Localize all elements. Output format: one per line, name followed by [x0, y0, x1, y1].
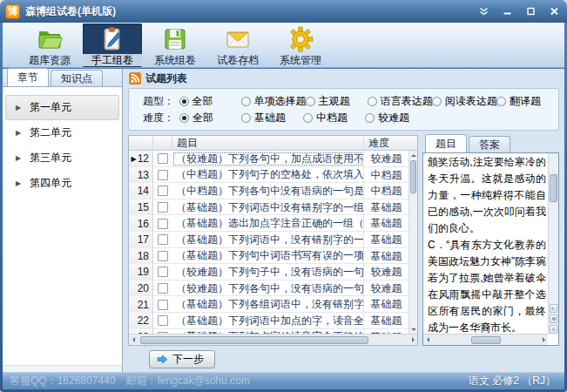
filter-option-基础题[interactable]: 基础题 — [241, 111, 303, 125]
row-header[interactable]: 13 — [129, 167, 153, 184]
scrollbar-thumb[interactable] — [471, 336, 501, 344]
scroll-select-icon[interactable] — [550, 314, 557, 323]
preview-horizontal-scrollbar[interactable] — [423, 334, 548, 345]
table-row[interactable]: 21（基础题）下列各组词语中，没有错别字的一项是（...基础题 — [129, 296, 408, 313]
filter-option-翻译题[interactable]: 翻译题 — [496, 94, 558, 109]
row-checkbox[interactable] — [158, 186, 168, 196]
scroll-right-icon[interactable] — [408, 335, 417, 344]
table-row[interactable]: 13（中档题）下列句子的空格处，依次填入哪一项词语...中档题 — [129, 167, 408, 184]
scroll-down-icon[interactable] — [409, 325, 418, 334]
scroll-left-icon[interactable] — [423, 335, 432, 344]
table-row[interactable]: 14（中档题）下列各句中没有语病的一句是（ ）A. ...中档题 — [129, 183, 408, 199]
row-checkbox[interactable] — [158, 234, 168, 245]
section-header: 试题列表 — [123, 69, 564, 88]
folder-icon — [35, 24, 64, 54]
table-row[interactable]: 20（较难题）下列各句中，没有语病的一句是（ ）...较难题 — [129, 280, 408, 297]
row-checkbox[interactable] — [158, 315, 168, 326]
row-header[interactable]: ▶12 — [129, 151, 153, 167]
question-cell[interactable]: （基础题）下列词语中加点的字，读音全都正确的一... — [172, 314, 363, 328]
tree-item-第二单元[interactable]: ▶第二单元 — [5, 120, 119, 145]
tree-item-第三单元[interactable]: ▶第三单元 — [5, 145, 119, 171]
expander-icon[interactable]: ▶ — [16, 179, 26, 187]
question-cell[interactable]: （基础题）选出加点字注音正确的一组（ ） A. ... — [172, 216, 363, 231]
scroll-right-icon[interactable] — [539, 335, 548, 344]
toolbar-item-手工组卷[interactable]: 手工组卷 — [83, 24, 142, 67]
question-cell[interactable]: （较难题）下列各句中，加点成语使用不正确的一项... — [172, 152, 363, 166]
titlebar[interactable]: 博 森博组试卷(单机版) — [0, 0, 567, 23]
row-header[interactable]: 18 — [129, 248, 153, 265]
collapse-button[interactable] — [477, 6, 489, 17]
scroll-page-down-icon[interactable]: « — [550, 325, 557, 334]
filter-option-全部[interactable]: 全部 — [179, 94, 241, 109]
toolbar-item-系统组卷[interactable]: 系统组卷 — [145, 24, 205, 67]
row-header[interactable]: 22 — [129, 313, 153, 329]
row-checkbox[interactable] — [158, 300, 168, 310]
question-cell[interactable]: （较难题）下列各句中，没有语病的一句是（ ）... — [172, 281, 363, 296]
scrollbar-thumb[interactable] — [410, 160, 416, 193]
filter-option-较难题[interactable]: 较难题 — [365, 111, 427, 125]
table-row[interactable]: 17（基础题）下列词语中，没有错别字的一组是（ ...基础题 — [129, 232, 408, 248]
table-row[interactable]: ▶12（较难题）下列各句中，加点成语使用不正确的一项...较难题 — [129, 151, 408, 167]
row-header[interactable]: 20 — [129, 280, 153, 297]
row-header[interactable]: 19 — [129, 264, 153, 280]
question-cell[interactable]: （基础题）下列词语中没有错别字的一组是（ ）A... — [172, 200, 363, 215]
filter-option-主观题[interactable]: 主观题 — [306, 94, 368, 109]
row-checkbox[interactable] — [158, 267, 168, 277]
scroll-up-icon[interactable] — [409, 151, 418, 159]
scroll-page-up-icon[interactable]: « — [550, 304, 557, 313]
expander-icon[interactable]: ▶ — [16, 104, 26, 112]
sidebar-tab-知识点[interactable]: 知识点 — [51, 70, 103, 86]
current-row-icon: ▶ — [131, 155, 136, 163]
close-button[interactable] — [548, 6, 560, 17]
row-checkbox[interactable] — [158, 251, 168, 261]
preview-tab-答案[interactable]: 答案 — [469, 136, 510, 152]
filter-option-语言表达题[interactable]: 语言表达题 — [368, 94, 432, 109]
row-checkbox[interactable] — [158, 283, 168, 294]
toolbar-item-试卷存档[interactable]: 试卷存档 — [208, 24, 267, 67]
row-header[interactable]: 21 — [129, 296, 153, 313]
toolbar-item-题库资源[interactable]: 题库资源 — [20, 24, 79, 67]
row-header[interactable]: 15 — [129, 199, 153, 216]
next-step-button[interactable]: 下一步 — [149, 350, 215, 368]
table-row[interactable]: 15（基础题）下列词语中没有错别字的一组是（ ）A...基础题 — [129, 199, 408, 216]
tree-item-第四单元[interactable]: ▶第四单元 — [5, 171, 119, 196]
table-row[interactable]: 18（基础题）下列句中词语书写有误的一项是（ ）A...基础题 — [129, 248, 408, 265]
sidebar-horizontal-scrollbar[interactable] — [3, 365, 122, 372]
question-cell[interactable]: （中档题）下列句子的空格处，依次填入哪一项词语... — [172, 167, 363, 182]
filter-option-中档题[interactable]: 中档题 — [303, 111, 365, 125]
preview-tab-题目[interactable]: 题目 — [425, 134, 467, 152]
table-horizontal-scrollbar[interactable] — [129, 334, 417, 345]
table-row[interactable]: 16（基础题）选出加点字注音正确的一组（ ） A. ...基础题 — [129, 215, 408, 232]
row-header[interactable]: 14 — [129, 183, 153, 199]
preview-vertical-scrollbar[interactable]: « « — [548, 153, 558, 334]
table-row[interactable]: 22（基础题）下列词语中加点的字，读音全都正确的一...基础题 — [129, 313, 408, 329]
filter-option-阅读表达题[interactable]: 阅读表达题 — [432, 94, 496, 109]
question-cell[interactable]: （基础题）下列词语中，没有错别字的一组是（ ... — [172, 233, 363, 247]
maximize-button[interactable] — [524, 6, 537, 17]
filter-option-单项选择题[interactable]: 单项选择题 — [241, 94, 306, 109]
tree-item-第一单元[interactable]: ▶第一单元 — [5, 95, 119, 120]
question-cell[interactable]: （基础题）下列句中词语书写有误的一项是（ ）A... — [172, 248, 363, 263]
row-header[interactable]: 16 — [129, 215, 153, 232]
expander-icon[interactable]: ▶ — [16, 154, 26, 162]
question-cell[interactable]: （较难题）下列句子中，没有语病的一句是（ ） A... — [172, 265, 363, 280]
minimize-button[interactable] — [501, 6, 513, 17]
question-cell[interactable]: （中档题）下列各句中没有语病的一句是（ ）A. ... — [172, 184, 363, 199]
sidebar-tab-章节[interactable]: 章节 — [7, 68, 49, 86]
filter-option-全部[interactable]: 全部 — [179, 111, 241, 125]
table-vertical-scrollbar[interactable] — [408, 151, 417, 334]
table-row[interactable]: 19（较难题）下列句子中，没有语病的一句是（ ） A...较难题 — [129, 264, 408, 280]
difficulty-column-header[interactable]: 难度 — [364, 136, 417, 151]
question-cell[interactable]: （基础题）下列各组词语中，没有错别字的一项是（... — [172, 297, 363, 312]
question-column-header[interactable]: 题目 — [172, 136, 364, 151]
toolbar-item-系统管理[interactable]: 系统管理 — [271, 24, 330, 67]
expander-icon[interactable]: ▶ — [16, 129, 26, 137]
scroll-left-icon[interactable] — [129, 335, 138, 344]
row-header[interactable]: 17 — [129, 232, 153, 248]
scrollbar-thumb[interactable] — [140, 336, 368, 344]
scrollbar-thumb[interactable] — [550, 174, 557, 202]
row-checkbox[interactable] — [158, 219, 168, 229]
row-checkbox[interactable] — [158, 202, 168, 213]
row-checkbox[interactable] — [158, 170, 168, 180]
row-checkbox[interactable] — [158, 153, 168, 164]
